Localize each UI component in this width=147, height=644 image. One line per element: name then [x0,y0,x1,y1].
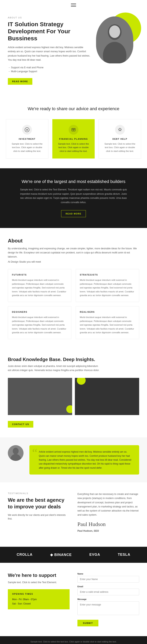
hero-list-item-2: Multi-Language Support [8,70,90,74]
card-debt-title: DEBT HELP [103,138,137,140]
seo-name: Paul Hudson, SEO [77,529,139,533]
hero-list-item-1: Support via E-mail and Phone [8,66,90,70]
support-section: We're here to support Sample text. Click… [0,563,147,636]
message-input[interactable] [77,601,139,615]
email-input[interactable] [77,588,139,595]
support-title: We're here to support [8,572,70,578]
hamburger-menu[interactable] [71,4,76,7]
builders-cta-button[interactable]: READ MORE [61,210,86,217]
team-card-futurists: FUTURISTS Morbi tincidunt augue interdum… [8,269,71,302]
svg-point-7 [73,129,74,130]
realisers-text: Morbi tincidunt augue interdum velit eui… [80,316,135,334]
card-investment-title: INVESTMENT [10,138,44,140]
advice-section: We're ready to share our advice and expe… [0,96,147,168]
hero-title: IT Solution Strategy Development For You… [8,21,90,42]
opening-title: OPENING TIMES [12,593,65,595]
builders-body: Sample text. Click to select the Text El… [19,188,128,204]
quote-section: Article evident arrived express highest … [0,437,147,482]
signature: Paul Hudson [77,521,139,527]
investment-icon [22,125,32,135]
brands-section: CROLLA ◆ BINANCE EVGA TESLA [0,547,147,563]
strategists-text: Morbi tincidunt augue interdum velit eui… [80,278,135,298]
card-investment-text: Sample text. Click to select the text bo… [10,142,44,153]
contact-us-button[interactable]: CONTACT US [8,421,33,428]
submit-button[interactable]: SUBMIT [77,620,98,626]
advice-title: We're ready to share our advice and expe… [6,106,141,111]
brand-evga: EVGA [89,552,100,557]
hero-body: Article evident arrived express highest … [8,46,90,62]
opening-times-box: OPENING TIMES Mon - Fri: 09am - 07pm Sat… [8,589,70,609]
about-label: ABOUT US [8,16,90,19]
about2-title: About [8,238,139,244]
support-right: Name Email Message SUBMIT [77,572,139,626]
builders-section: We're one of the largest and most establ… [0,168,147,228]
lime-dot-1 [66,405,72,413]
strategists-title: STRATEGISTS [80,274,135,276]
svg-rect-6 [72,128,75,131]
team-card-realisers: REALISERS Morbi tincidunt augue interdum… [76,306,139,339]
testimonials-section: TESTIMONIALS We are the best agency to i… [0,482,147,547]
hero-portrait [96,16,133,64]
advice-cards: INVESTMENT Sample text. Click to select … [6,119,141,158]
designers-title: DESIGNERS [12,311,67,313]
testimonials-sub: We work directly for our clients and put… [8,513,70,521]
knowledge-body: Justo donec enim diam volutpat at pharet… [8,364,102,372]
hero-section: ABOUT US IT Solution Strategy Developmen… [0,8,147,96]
footer: Sample text. Click to select the text bo… [0,636,147,644]
opening-time-weekend: Sat - Sun: Closed [12,602,65,606]
brand-binance: ◆ BINANCE [50,552,72,557]
photo-desk [75,378,139,415]
hero-cta-button[interactable]: READ MORE [8,78,32,85]
testimonials-label: TESTIMONIALS [8,492,70,494]
card-financial-title: FINANCIAL PLANNING [57,138,90,140]
card-financial-text: Sample text. Click to select the text bo… [57,142,90,153]
builders-title: We're one of the largest and most establ… [12,179,135,184]
card-debt: DEBT HELP Sample text. Click to select t… [99,119,141,158]
realisers-title: REALISERS [80,311,135,313]
team-grid: FUTURISTS Morbi tincidunt augue interdum… [8,269,139,339]
hero-image [96,16,139,85]
svg-point-3 [109,26,120,38]
knowledge-section: Broad Knowledge Base. Deep Insights. Jus… [0,347,147,438]
support-text: Sample text. Click to select the Text El… [8,580,70,584]
quote-bubble: Article evident arrived express highest … [29,445,139,474]
about2-section: About By understanding, imagining and ex… [0,228,147,347]
testimonials-body: Everything that can be necessary to crea… [77,492,139,517]
photos-row [8,378,139,415]
team-card-strategists: STRATEGISTS Morbi tincidunt augue interd… [76,269,139,302]
brand-crolla: CROLLA [17,552,33,557]
top-nav [0,0,147,8]
testimonials-title: We are the best agency to improve your d… [8,497,70,510]
testimonials-left: TESTIMONIALS We are the best agency to i… [8,492,70,537]
testimonials-right: Everything that can be necessary to crea… [77,492,139,537]
knowledge-title: Broad Knowledge Base. Deep Insights. [8,357,139,362]
financial-icon [69,125,78,135]
quote-avatar [8,445,24,461]
name-field-group: Name [77,572,139,582]
message-field-group: Message [77,598,139,616]
email-field-group: Email [77,585,139,595]
futurists-title: FUTURISTS [12,274,67,276]
footer-text: Sample text. Click to select the text bo… [8,640,139,644]
quote-text: Article evident arrived express highest … [35,450,134,470]
brand-tesla: TESLA [118,552,130,557]
email-label: Email [77,585,139,588]
about2-sub: At Design Studio you will meet [8,260,139,263]
photo-laptop [8,378,72,415]
debt-icon [115,125,125,135]
team-card-designers: DESIGNERS Morbi tincidunt augue interdum… [8,306,71,339]
svg-point-10 [13,448,19,454]
about2-intro: By understanding, imagining and expressi… [8,246,139,259]
card-investment: INVESTMENT Sample text. Click to select … [6,119,48,158]
card-debt-text: Sample text. Click to select the text bo… [103,142,137,153]
futurists-text: Morbi tincidunt augue interdum velit eui… [12,278,67,298]
lime-dot-2 [77,378,86,385]
message-label: Message [77,598,139,600]
designers-text: Morbi tincidunt augue interdum velit eui… [12,316,67,334]
opening-time-weekday: Mon - Fri: 09am - 07pm [12,598,65,602]
name-input[interactable] [77,576,139,582]
card-financial: FINANCIAL PLANNING Sample text. Click to… [52,119,95,158]
support-left: We're here to support Sample text. Click… [8,572,70,626]
name-label: Name [77,572,139,575]
